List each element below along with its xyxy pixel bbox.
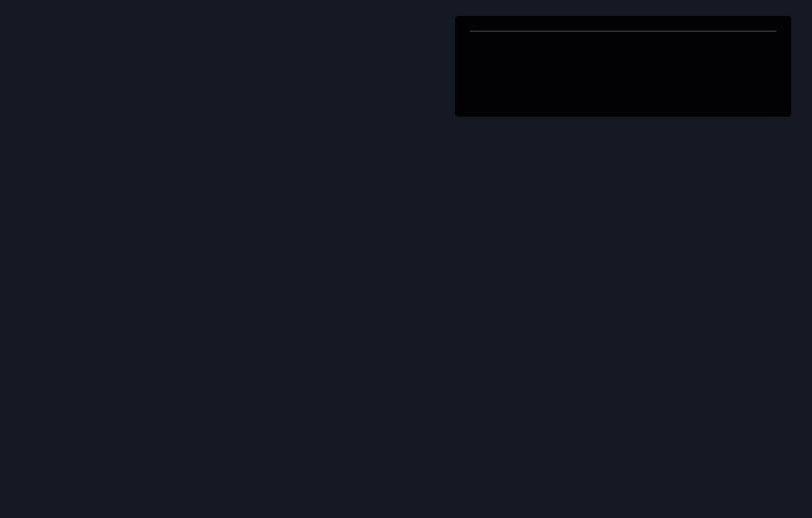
tooltip <box>455 16 791 117</box>
tooltip-date <box>470 21 776 32</box>
stock-growth-chart <box>0 0 812 518</box>
